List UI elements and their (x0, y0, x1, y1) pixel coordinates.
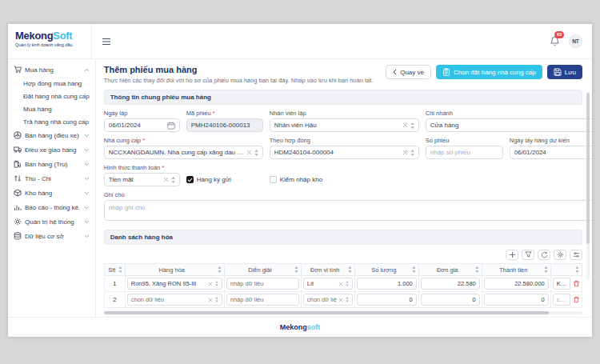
row-index: 1 (104, 276, 125, 292)
sidebar-item-mua-hang[interactable]: Mua hàng (8, 62, 95, 77)
unfold-icon[interactable] (346, 281, 349, 286)
avatar[interactable]: NT (569, 34, 582, 48)
sidebar-item-label: Dữ liệu cơ sở (25, 233, 64, 240)
steering-wheel-icon (14, 131, 22, 139)
footer-logo-suffix: soft (307, 323, 321, 331)
add-row-button[interactable] (506, 250, 518, 260)
sidebar-subitem-dat-hang-ncc[interactable]: Đặt hàng nhà cung cấp (8, 90, 95, 102)
page-header-text: Thêm phiếu mua hàng Thực hiện các thay đ… (104, 65, 374, 84)
sidebar-subitem-tra-hang-ncc[interactable]: Trả hàng nhà cung cấp (8, 115, 95, 128)
horizontal-scrollbar-thumb[interactable] (104, 311, 549, 314)
unit-select[interactable]: Lít (303, 278, 353, 290)
required-mark: * (162, 164, 164, 171)
kiem-nhap-kho-checkbox[interactable]: Kiểm nhập kho (270, 176, 419, 183)
unfold-icon[interactable] (171, 177, 175, 183)
vertical-scrollbar-thumb[interactable] (586, 93, 590, 244)
unit-price-input[interactable] (421, 278, 480, 290)
field-label: Ghi chú (104, 191, 592, 198)
delete-row-icon[interactable] (573, 280, 580, 287)
unfold-icon[interactable] (410, 150, 414, 156)
theo-hop-dong-select[interactable]: HDM240104-000004 (270, 146, 419, 159)
clear-icon[interactable] (402, 150, 408, 155)
so-phieu-value[interactable] (430, 149, 498, 156)
filter-button[interactable] (522, 250, 534, 260)
notifications-bell-icon[interactable]: 63 (550, 36, 560, 46)
unfold-icon[interactable] (215, 281, 218, 286)
unfold-icon[interactable] (215, 297, 218, 302)
unit-select[interactable] (303, 294, 353, 306)
sort-icon (412, 266, 416, 273)
hang-ky-gui-checkbox[interactable]: Hàng ký gửi (186, 176, 263, 183)
ma-phieu-input (186, 118, 263, 132)
app-logo[interactable]: MekongSoft Quản lý kinh doanh xăng dầu (8, 24, 92, 58)
columns-config-button[interactable] (570, 250, 582, 260)
column-header-thanh-tien[interactable]: Thành tiền (482, 264, 550, 276)
save-button[interactable]: Lưu (547, 65, 582, 79)
unfold-icon[interactable] (254, 150, 258, 156)
calendar-icon[interactable] (167, 122, 175, 130)
sidebar-subitem-hop-dong-mua-hang[interactable]: Hợp đồng mua hàng (8, 77, 95, 90)
clear-icon[interactable] (338, 298, 343, 302)
ghi-chu-textarea[interactable] (104, 200, 592, 221)
sidebar-item-du-lieu-co-so[interactable]: Dữ liệu cơ sở (8, 229, 95, 243)
warehouse-select[interactable]: KHO 2 (26 (553, 278, 570, 290)
ngay-lap-value[interactable] (109, 122, 165, 129)
warehouse-select[interactable]: chọn dữ li (553, 294, 570, 306)
hinh-thuc-thanh-toan-select[interactable]: Tiền mặt (104, 173, 180, 186)
sidebar-item-bao-cao-thong-ke[interactable]: Báo cáo - thống kê (8, 200, 95, 214)
delete-row-icon[interactable] (573, 296, 580, 303)
product-select[interactable]: Ron95, Xăng RON 95-III (127, 278, 222, 290)
column-header-dien-giai[interactable]: Diễn giải (224, 264, 301, 276)
clear-icon[interactable] (402, 122, 408, 128)
refresh-button[interactable] (538, 250, 550, 260)
sidebar-item-label: Kho hàng (25, 190, 52, 197)
select-placeholder: chọn dữ li (557, 296, 566, 303)
chevron-down-icon (84, 206, 90, 210)
column-header-kho[interactable] (550, 264, 582, 276)
sidebar-item-kho-hang[interactable]: Kho hàng (8, 186, 95, 200)
nhan-vien-lap-select[interactable]: Nhân viên Hậu (270, 118, 419, 132)
unfold-icon[interactable] (346, 297, 349, 302)
product-select[interactable] (127, 294, 222, 306)
nha-cung-cap-select[interactable]: NCCXANGDAUMN. Nhà cung cấp xăng dầu Miền… (104, 146, 263, 159)
clear-icon[interactable] (208, 282, 213, 286)
chi-nhanh-select[interactable]: Cửa hàng (426, 118, 592, 132)
clear-icon[interactable] (163, 177, 169, 182)
sidebar-item-thu-chi[interactable]: Thu - Chi (8, 171, 95, 186)
clear-icon[interactable] (246, 150, 252, 155)
column-header-stt[interactable]: Stt (104, 264, 125, 276)
sidebar-item-quan-tri-he-thong[interactable]: Quản trị hệ thống (8, 214, 95, 229)
clear-icon[interactable] (208, 298, 213, 302)
sidebar-item-label: Bán hàng (điều xe) (25, 132, 79, 139)
column-header-so-luong[interactable]: Số lượng (354, 264, 418, 276)
sidebar: Mua hàng Hợp đồng mua hàng Đặt hàng nhà … (8, 59, 96, 317)
ma-phieu-value (191, 122, 258, 129)
table-settings-button[interactable] (554, 250, 566, 260)
ngay-lap-date-input[interactable] (104, 118, 180, 132)
sidebar-subitem-mua-hang[interactable]: Mua hàng (8, 102, 95, 115)
quantity-input[interactable] (357, 278, 417, 290)
unfold-icon[interactable] (410, 122, 414, 129)
description-input[interactable] (226, 278, 299, 290)
sidebar-item-dieu-xe-giao-hang[interactable]: Điều xe giao hàng (8, 142, 95, 157)
description-input[interactable] (226, 294, 299, 306)
sidebar-item-ban-hang-tru[interactable]: Bán hàng (Trụ) (8, 157, 95, 171)
ngay-lay-hang-date-input[interactable] (510, 146, 592, 159)
choose-supplier-order-button[interactable]: Chọn đặt hàng nhà cung cấp (436, 65, 542, 79)
required-mark: * (213, 110, 215, 117)
column-header-don-gia[interactable]: Đơn giá (418, 264, 482, 276)
column-header-hang-hoa[interactable]: Hàng hóa (125, 264, 224, 276)
so-phieu-input[interactable] (426, 146, 503, 159)
topbar-actions: 63 NT (550, 34, 582, 48)
sidebar-item-ban-hang-dieu-xe[interactable]: Bán hàng (điều xe) (8, 128, 95, 142)
clear-icon[interactable] (338, 282, 343, 286)
chevron-down-icon (84, 134, 90, 138)
back-button[interactable]: Quay về (386, 65, 431, 79)
truck-icon (14, 146, 22, 154)
unit-price-input[interactable] (421, 294, 480, 306)
items-table: Stt Hàng hóa Diễn giải Đơn vị tính Số lư… (104, 263, 582, 308)
ngay-lay-hang-value[interactable] (514, 149, 592, 156)
column-header-don-vi-tinh[interactable]: Đơn vị tính (301, 264, 354, 276)
menu-toggle-icon[interactable] (102, 38, 111, 46)
quantity-input[interactable] (357, 294, 417, 306)
